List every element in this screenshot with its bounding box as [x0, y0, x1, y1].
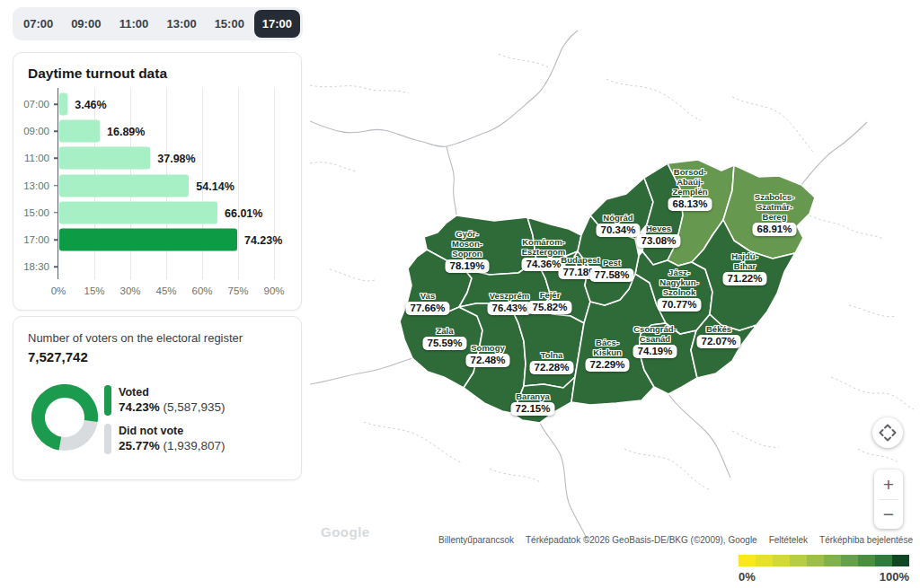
scale-segment: [807, 555, 824, 566]
legend-marker: [104, 385, 111, 416]
zoom-in-button[interactable]: +: [874, 470, 903, 499]
turnout-bar-1100: [59, 147, 150, 170]
scale-segment: [756, 555, 773, 566]
tab-1500[interactable]: 15:00: [207, 10, 252, 38]
tab-1100[interactable]: 11:00: [111, 10, 156, 38]
report-map-error-link[interactable]: Térképhiba bejelentése: [819, 535, 913, 545]
color-scale-bar: [739, 555, 909, 566]
bar-value-label: 3.46%: [75, 99, 106, 111]
y-axis-tick: [54, 266, 58, 268]
election-dashboard: 07:0009:0011:0013:0015:0017:00 Daytime t…: [0, 0, 920, 588]
scale-segment: [824, 555, 841, 566]
time-tab-bar: 07:0009:0011:0013:0015:0017:00: [13, 7, 303, 40]
scale-segment: [875, 555, 892, 566]
turnout-bar-1700: [59, 229, 237, 251]
voted-donut-chart: [31, 384, 98, 451]
scale-segment: [841, 555, 858, 566]
zoom-out-button[interactable]: −: [874, 500, 903, 530]
x-axis-label: 15%: [84, 285, 104, 296]
turnout-bar-chart: 0%15%30%45%60%75%90%07:003.46%09:0016.89…: [58, 88, 284, 279]
county-zala[interactable]: [400, 303, 482, 388]
electoral-register-card: Number of voters on the electoral regist…: [13, 316, 302, 480]
bar-value-label: 66.01%: [225, 207, 262, 220]
turnout-bar-0700: [59, 93, 67, 116]
legend-marker: [104, 424, 111, 454]
y-axis-tick: [54, 103, 58, 105]
scale-segment: [892, 555, 909, 566]
turnout-bar-0900: [59, 120, 100, 143]
map-attribution: BillentyűparancsokTérképadatok ©2026 Geo…: [438, 535, 913, 545]
legend-value: 25.77% (1,939,807): [119, 439, 226, 452]
y-axis-tick: [54, 158, 58, 160]
bar-value-label: 54.14%: [196, 180, 234, 193]
legend-label: Voted: [119, 386, 226, 399]
register-title: Number of voters on the electoral regist…: [28, 331, 287, 345]
hungary-choropleth-map[interactable]: [310, 0, 920, 549]
tab-1700[interactable]: 17:00: [254, 10, 300, 38]
y-axis-tick: [54, 185, 58, 187]
google-logo: Google: [321, 524, 370, 540]
scale-segment: [773, 555, 790, 566]
tab-1300[interactable]: 13:00: [159, 10, 205, 38]
scale-segment: [858, 555, 875, 566]
legend-value: 74.23% (5,587,935): [119, 400, 226, 414]
tab-0700[interactable]: 07:00: [15, 10, 61, 38]
scale-segment: [739, 555, 756, 566]
x-axis-label: 30%: [119, 285, 140, 296]
turnout-chart-card: Daytime turnout data 0%15%30%45%60%75%90…: [13, 52, 302, 311]
scale-min-label: 0%: [739, 570, 756, 584]
turnout-bar-1300: [59, 174, 189, 197]
pan-control[interactable]: [872, 417, 903, 448]
x-axis-label: 90%: [263, 285, 284, 296]
x-axis-label: 45%: [155, 285, 176, 296]
map-zoom-control: + −: [874, 470, 903, 529]
turnout-bar-1500: [59, 201, 217, 224]
gridline: [238, 88, 239, 279]
donut-legend: Voted74.23% (5,587,935)Did not vote25.77…: [104, 385, 226, 454]
keyboard-shortcuts-link[interactable]: Billentyűparancsok: [438, 535, 514, 545]
legend-item-did-not-vote: Did not vote25.77% (1,939,807): [104, 424, 226, 454]
map-data-credit: Térképadatok ©2026 GeoBasis-DE/BKG (©200…: [526, 535, 757, 545]
scale-max-label: 100%: [880, 570, 909, 584]
gridline: [274, 88, 275, 279]
map-panel[interactable]: Győr-Moson-Sopron78.19%Komárom-Esztergom…: [310, 0, 920, 549]
chart-title: Daytime turnout data: [28, 66, 287, 82]
y-axis-tick: [54, 212, 58, 214]
x-axis-label: 0%: [51, 285, 66, 296]
bar-value-label: 74.23%: [244, 234, 282, 247]
terms-link[interactable]: Feltételek: [769, 535, 808, 545]
bar-value-label: 16.89%: [107, 126, 145, 138]
x-axis-label: 75%: [227, 285, 248, 296]
legend-label: Did not vote: [119, 425, 226, 437]
turnout-color-scale: 0% 100%: [739, 555, 909, 584]
y-axis-tick: [54, 239, 58, 241]
y-axis-tick: [54, 130, 58, 132]
register-total: 7,527,742: [28, 349, 287, 364]
tab-0900[interactable]: 09:00: [63, 10, 109, 38]
pan-arrows-icon: [872, 417, 903, 448]
scale-segment: [790, 555, 807, 566]
x-axis-label: 60%: [191, 285, 212, 296]
legend-item-voted: Voted74.23% (5,587,935): [104, 385, 226, 416]
bar-value-label: 37.98%: [157, 153, 195, 165]
